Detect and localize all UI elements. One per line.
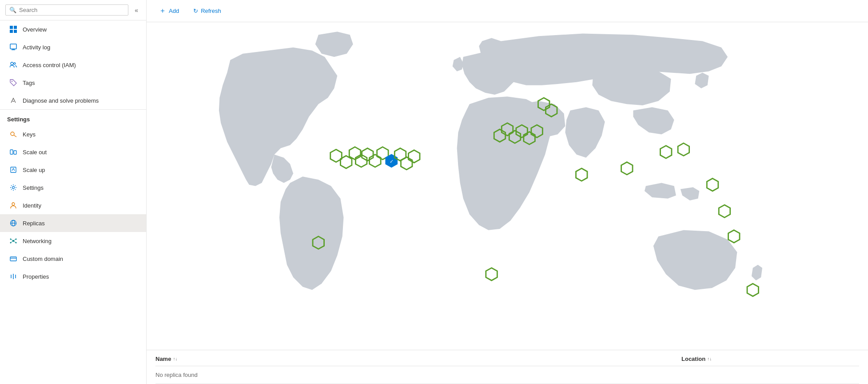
- world-map-container: ✓: [147, 22, 868, 350]
- scale-out-label: Scale out: [23, 149, 47, 156]
- col-name-header[interactable]: Name ↑↓: [155, 356, 681, 362]
- table-header: Name ↑↓ Location ↑↓: [155, 350, 859, 366]
- svg-marker-56: [621, 162, 633, 175]
- svg-rect-0: [10, 26, 13, 29]
- nav-item-replicas[interactable]: Replicas: [0, 214, 146, 232]
- svg-rect-2: [10, 30, 13, 33]
- svg-line-12: [14, 135, 16, 137]
- nav-item-keys[interactable]: Keys: [0, 125, 146, 143]
- collapse-button[interactable]: «: [132, 6, 141, 15]
- svg-marker-55: [576, 168, 587, 181]
- svg-marker-40: [370, 155, 381, 167]
- nav-item-custom-domain[interactable]: Custom domain: [0, 250, 146, 268]
- search-icon: 🔍: [9, 7, 16, 13]
- svg-rect-3: [14, 30, 17, 33]
- toolbar: ＋ Add ↻ Refresh: [147, 0, 868, 22]
- main-content: ＋ Add ↻ Refresh: [147, 0, 868, 384]
- sidebar: 🔍 « Overview Activity log Access control…: [0, 0, 147, 384]
- svg-marker-46: [408, 150, 420, 163]
- svg-point-16: [12, 187, 15, 189]
- replicas-label: Replicas: [23, 220, 45, 227]
- keys-icon: [8, 129, 18, 139]
- svg-line-29: [13, 241, 16, 243]
- name-sort-arrows: ↑↓: [173, 356, 177, 361]
- access-control-label: Access control (IAM): [23, 62, 76, 68]
- svg-text:✓: ✓: [390, 159, 394, 164]
- overview-icon: [8, 24, 18, 34]
- search-box[interactable]: 🔍: [5, 4, 128, 16]
- nav-item-networking[interactable]: Networking: [0, 232, 146, 250]
- search-row: 🔍 «: [0, 0, 146, 20]
- properties-icon: [8, 272, 18, 281]
- activity-log-label: Activity log: [23, 44, 50, 51]
- svg-marker-58: [678, 143, 689, 156]
- nav-item-activity-log[interactable]: Activity log: [0, 38, 146, 56]
- col-name-label: Name: [155, 356, 171, 362]
- nav-item-tags[interactable]: Tags: [0, 74, 146, 92]
- scale-up-label: Scale up: [23, 167, 45, 173]
- add-icon: ＋: [159, 6, 166, 16]
- overview-label: Overview: [23, 26, 47, 33]
- svg-marker-45: [401, 157, 412, 169]
- refresh-label: Refresh: [201, 8, 221, 14]
- table-area: Name ↑↓ Location ↑↓ No replica found: [147, 350, 868, 384]
- svg-rect-13: [10, 150, 13, 154]
- scale-up-icon: [8, 165, 18, 175]
- empty-state-message: No replica found: [155, 366, 859, 384]
- svg-line-27: [13, 239, 16, 241]
- svg-line-28: [11, 241, 13, 243]
- replicas-icon: [8, 218, 18, 228]
- svg-marker-57: [660, 146, 672, 158]
- svg-point-7: [11, 62, 13, 65]
- svg-line-26: [11, 239, 13, 241]
- search-input[interactable]: [19, 7, 124, 13]
- diagnose-label: Diagnose and solve problems: [23, 97, 99, 104]
- svg-marker-36: [340, 156, 352, 168]
- keys-label: Keys: [23, 131, 36, 138]
- activity-log-icon: [8, 42, 18, 52]
- custom-domain-label: Custom domain: [23, 256, 63, 262]
- svg-rect-14: [14, 151, 16, 154]
- nav-item-settings[interactable]: Settings: [0, 179, 146, 196]
- settings-icon: [8, 183, 18, 192]
- nav-item-properties[interactable]: Properties: [0, 268, 146, 285]
- tags-label: Tags: [23, 80, 35, 86]
- svg-marker-60: [719, 205, 730, 217]
- nav-item-diagnose[interactable]: Diagnose and solve problems: [0, 92, 146, 109]
- add-label: Add: [169, 8, 179, 14]
- identity-label: Identity: [23, 202, 41, 209]
- svg-rect-4: [10, 44, 16, 49]
- svg-marker-59: [707, 178, 718, 191]
- identity-icon: [8, 200, 18, 210]
- refresh-icon: ↻: [193, 8, 198, 14]
- svg-point-8: [14, 63, 16, 64]
- svg-point-17: [12, 203, 15, 205]
- tags-icon: [8, 78, 18, 88]
- svg-rect-1: [14, 26, 17, 29]
- networking-icon: [8, 236, 18, 246]
- svg-marker-61: [728, 230, 740, 243]
- add-button[interactable]: ＋ Add: [155, 4, 183, 17]
- svg-point-9: [12, 81, 12, 82]
- location-sort-arrows: ↑↓: [707, 356, 712, 361]
- svg-marker-63: [486, 268, 498, 280]
- settings-section-label: Settings: [0, 109, 146, 125]
- refresh-button[interactable]: ↻ Refresh: [190, 6, 225, 16]
- access-control-icon: [8, 60, 18, 70]
- svg-marker-64: [747, 284, 759, 296]
- diagnose-icon: [8, 96, 18, 105]
- properties-label: Properties: [23, 273, 49, 280]
- nav-item-overview[interactable]: Overview: [0, 20, 146, 38]
- svg-point-11: [11, 132, 14, 136]
- scale-out-icon: [8, 147, 18, 157]
- settings-label: Settings: [23, 184, 44, 191]
- col-location-header[interactable]: Location ↑↓: [681, 356, 859, 362]
- nav-item-identity[interactable]: Identity: [0, 196, 146, 214]
- nav-item-scale-up[interactable]: Scale up: [0, 161, 146, 179]
- col-location-label: Location: [681, 356, 705, 362]
- networking-label: Networking: [23, 238, 52, 244]
- nav-item-scale-out[interactable]: Scale out: [0, 143, 146, 161]
- nav-item-access-control[interactable]: Access control (IAM): [0, 56, 146, 74]
- svg-rect-30: [10, 257, 16, 261]
- world-map-svg: ✓: [147, 22, 868, 350]
